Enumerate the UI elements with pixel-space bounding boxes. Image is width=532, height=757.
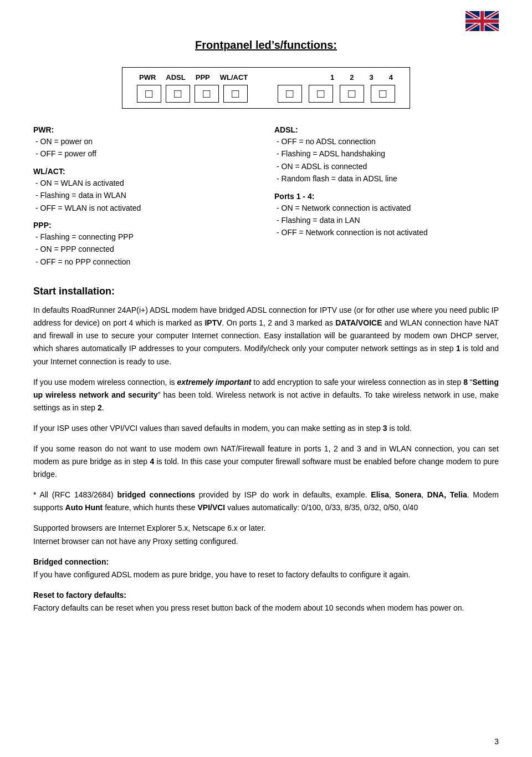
paragraph-4: If you some reason do not want to use mo…	[33, 443, 499, 481]
led-descriptions: PWR: - ON = power on - OFF = power off W…	[33, 125, 499, 275]
col-left: PWR: - ON = power on - OFF = power off W…	[33, 125, 258, 275]
header-adsl: ADSL	[166, 73, 185, 82]
ports-item-2: - Flashing = data in LAN	[277, 214, 499, 226]
header-3: 3	[370, 73, 374, 82]
ppp-item-2: - ON = PPP connected	[35, 243, 258, 255]
reset-heading: Reset to factory defaults:	[33, 591, 126, 599]
wlact-section: WL/ACT: - ON = WLAN is activated - Flash…	[33, 167, 258, 214]
header-2: 2	[350, 73, 354, 82]
header-ppp: PPP	[196, 73, 210, 82]
header-pwr: PWR	[139, 73, 156, 82]
page-number: 3	[494, 737, 499, 746]
svg-rect-8	[480, 11, 484, 31]
paragraph-1: In defaults RoadRunner 24AP(i+) ADSL mod…	[33, 304, 499, 368]
header-4: 4	[389, 73, 393, 82]
paragraph-5: * All (RFC 1483/2684) bridged connection…	[33, 489, 499, 514]
led-header: PWR ADSL PPP WL/ACT 1 2 3 4	[134, 73, 398, 82]
paragraph-6: Supported browsers are Internet Explorer…	[33, 522, 499, 547]
ports-section: Ports 1 - 4: - ON = Network connection i…	[274, 192, 499, 239]
ppp-label: PPP:	[33, 221, 258, 230]
led-boxes: □ □ □ □ □ □ □ □	[134, 85, 398, 103]
led-box-2: □	[309, 85, 333, 103]
adsl-item-3: - ON = ADSL is connected	[277, 160, 499, 172]
led-box-wlact: □	[223, 85, 248, 103]
pwr-section: PWR: - ON = power on - OFF = power off	[33, 125, 258, 160]
ppp-item-3: - OFF = no PPP connection	[35, 256, 258, 268]
adsl-section: ADSL: - OFF = no ADSL connection - Flash…	[274, 125, 499, 185]
ppp-section: PPP: - Flashing = connecting PPP - ON = …	[33, 221, 258, 268]
paragraph-3: If your ISP uses other VPI/VCI values th…	[33, 422, 499, 435]
ports-label: Ports 1 - 4:	[274, 192, 499, 201]
wlact-item-3: - OFF = WLAN is not activated	[35, 202, 258, 214]
reset-factory: Reset to factory defaults: Factory defau…	[33, 589, 499, 614]
header-wlact: WL/ACT	[220, 73, 248, 82]
ppp-item-1: - Flashing = connecting PPP	[35, 231, 258, 243]
adsl-item-2: - Flashing = ADSL handshaking	[277, 148, 499, 160]
led-box-group-right: □ □ □ □	[278, 85, 395, 103]
led-box-3: □	[340, 85, 364, 103]
led-box-ppp: □	[195, 85, 219, 103]
led-box-4: □	[371, 85, 395, 103]
start-installation-heading: Start installation:	[33, 286, 499, 297]
led-header-right: 1 2 3 4	[330, 73, 393, 82]
pwr-label: PWR:	[33, 125, 258, 134]
adsl-item-4: - Random flash = data in ADSL line	[277, 172, 499, 185]
wlact-label: WL/ACT:	[33, 167, 258, 176]
pwr-item-1: - ON = power on	[35, 135, 258, 148]
led-box-adsl: □	[166, 85, 190, 103]
paragraph-2: If you use modem wireless connection, is…	[33, 376, 499, 414]
bridged-connection: Bridged connection: If you have configur…	[33, 556, 499, 581]
pwr-item-2: - OFF = power off	[35, 148, 258, 160]
wlact-item-2: - Flashing = data in WLAN	[35, 189, 258, 201]
adsl-item-1: - OFF = no ADSL connection	[277, 135, 499, 148]
led-header-left: PWR ADSL PPP WL/ACT	[139, 73, 248, 82]
ports-item-3: - OFF = Network connection is not activa…	[277, 226, 499, 238]
header-1: 1	[330, 73, 334, 82]
uk-flag	[466, 11, 499, 31]
col-right: ADSL: - OFF = no ADSL connection - Flash…	[274, 125, 499, 275]
led-box-group-left: □ □ □ □	[137, 85, 248, 103]
ports-item-1: - ON = Network connection is activated	[277, 202, 499, 214]
led-box-1: □	[278, 85, 302, 103]
bridged-heading: Bridged connection:	[33, 557, 109, 566]
adsl-label: ADSL:	[274, 125, 499, 134]
led-box-pwr: □	[137, 85, 161, 103]
page-title: Frontpanel led’s/functions:	[33, 39, 499, 52]
wlact-item-1: - ON = WLAN is activated	[35, 177, 258, 189]
led-diagram: PWR ADSL PPP WL/ACT 1 2 3 4 □ □ □ □ □ □ …	[122, 67, 410, 109]
